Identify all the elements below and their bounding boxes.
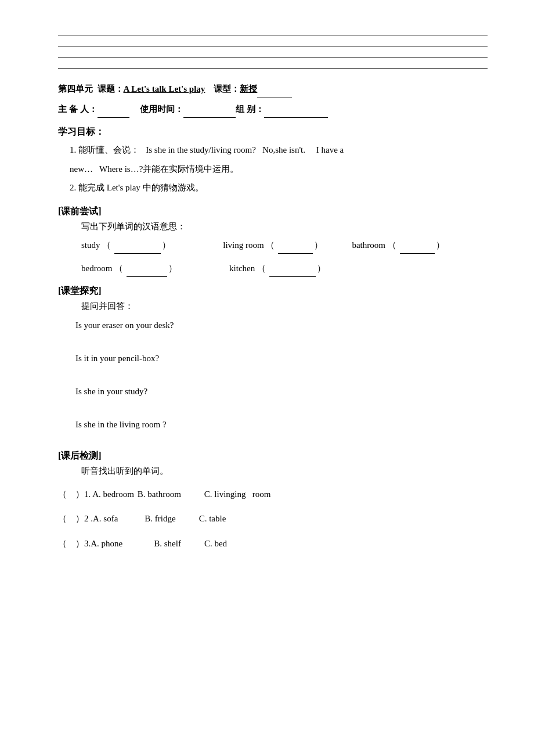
meta-row-2: 主 备 人： 使用时间： 组 别： — [58, 102, 488, 118]
quiz-opt-2b: B. fridge — [145, 510, 175, 527]
type-blank — [257, 80, 292, 98]
vocab-section: study （ ） living room （ ） bathroom （ ） b… — [81, 237, 488, 277]
close-paren-bedroom: ） — [168, 260, 177, 277]
topic-value: A Let's talk Let's play — [124, 80, 205, 98]
quiz-opt-1b: B. bathroom — [138, 486, 181, 503]
quiz-options-3: B. shelf C. bed — [154, 535, 227, 552]
question-3: Is she in your study? — [75, 384, 488, 399]
section3: [课后检测] 听音找出听到的单词。 （ ）1. A. bedroom B. ba… — [58, 450, 488, 552]
objective-1-cont: new… Where is…?并能在实际情境中运用。 — [70, 161, 488, 178]
section1-title: [课前尝试] — [58, 206, 488, 218]
author-label: 主 备 人： — [58, 102, 98, 117]
quiz-item-3: （ ）3.A. phone B. shelf C. bed — [58, 535, 488, 552]
word-bathroom: bathroom （ — [352, 237, 396, 254]
group-blank — [264, 102, 328, 118]
blank-livingroom — [278, 237, 313, 254]
q4-text: Is she in the living room ? — [75, 420, 167, 429]
quiz-section: （ ）1. A. bedroom B. bathroom C. livingin… — [58, 486, 488, 552]
type-label: 课型： — [214, 80, 240, 98]
author-blank — [98, 102, 129, 118]
header-line-1 — [58, 35, 488, 35]
quiz-options-1: B. bathroom C. livinging room — [138, 486, 271, 503]
blank-study — [114, 237, 161, 254]
header-line-3 — [58, 57, 488, 57]
blank-kitchen — [269, 260, 316, 277]
word-study: study （ — [81, 237, 111, 254]
vocab-item-bedroom: bedroom （ ） — [81, 260, 177, 277]
quiz-paren-1: （ — [58, 486, 75, 503]
objectives-title: 学习目标： — [58, 126, 488, 138]
section3-instruction: 听音找出听到的单词。 — [81, 466, 488, 477]
vocab-item-study: study （ ） — [81, 237, 171, 254]
section1-instruction: 写出下列单词的汉语意思： — [81, 221, 488, 232]
quiz-options-2: B. fridge C. table — [145, 510, 226, 527]
time-label: 使用时间： — [140, 102, 183, 117]
blank-bedroom — [127, 260, 167, 277]
q3-text: Is she in your study? — [75, 387, 147, 396]
word-bedroom: bedroom （ — [81, 260, 123, 277]
obj2-text: 能完成 Let's play 中的猜物游戏。 — [78, 183, 204, 192]
word-livingroom: living room （ — [223, 237, 275, 254]
header-line-4 — [58, 68, 488, 69]
quiz-opt-3c: C. bed — [204, 535, 227, 552]
question-2: Is it in your pencil-box? — [75, 351, 488, 366]
header-line-2 — [58, 46, 488, 46]
close-paren-livingroom: ） — [314, 237, 323, 254]
close-paren-study: ） — [162, 237, 171, 254]
vocab-row-2: bedroom （ ） kitchen （ ） — [81, 260, 488, 277]
topic-label: 课题： — [98, 80, 124, 98]
quiz-num-2: ）2 .A. sofa — [75, 510, 118, 527]
obj1-text: 能听懂、会说： Is she in the study/living room?… — [78, 145, 344, 154]
section2-instruction: 提问并回答： — [81, 301, 488, 312]
close-paren-bathroom: ） — [436, 237, 445, 254]
header-lines — [58, 35, 488, 69]
quiz-opt-2c: C. table — [199, 510, 226, 527]
objective-2: 2. 能完成 Let's play 中的猜物游戏。 — [70, 179, 488, 196]
q2-text: Is it in your pencil-box? — [75, 354, 159, 363]
question-4: Is she in the living room ? — [75, 417, 488, 433]
quiz-opt-3b: B. shelf — [154, 535, 181, 552]
learning-objectives: 1. 能听懂、会说： Is she in the study/living ro… — [70, 142, 488, 196]
objective-1: 1. 能听懂、会说： Is she in the study/living ro… — [70, 142, 488, 159]
blank-bathroom — [400, 237, 435, 254]
type-value: 新授 — [240, 80, 257, 98]
question-block: Is your eraser on your desk? Is it in yo… — [75, 318, 488, 433]
section2: [课堂探究] 提问并回答： Is your eraser on your des… — [58, 285, 488, 433]
obj2-num: 2. — [70, 183, 76, 192]
close-paren-kitchen: ） — [317, 260, 326, 277]
quiz-opt-1c: C. livinging room — [204, 486, 271, 503]
quiz-item-1: （ ）1. A. bedroom B. bathroom C. livingin… — [58, 486, 488, 503]
vocab-item-kitchen: kitchen （ ） — [229, 260, 326, 277]
section3-title: [课后检测] — [58, 450, 488, 462]
section2-title: [课堂探究] — [58, 285, 488, 297]
course-title-row: 第四单元 课题： A Let's talk Let's play 课型： 新授 — [58, 80, 488, 98]
vocab-item-bathroom: bathroom （ ） — [352, 237, 444, 254]
quiz-paren-2: （ — [58, 510, 75, 527]
word-kitchen: kitchen （ — [229, 260, 266, 277]
vocab-item-livingroom: living room （ ） — [223, 237, 323, 254]
obj1-num: 1. — [70, 145, 76, 154]
q1-text: Is your eraser on your desk? — [75, 321, 174, 330]
quiz-item-2: （ ）2 .A. sofa B. fridge C. table — [58, 510, 488, 527]
quiz-num-1: ）1. A. bedroom — [75, 486, 134, 503]
unit-label: 第四单元 — [58, 80, 93, 98]
vocab-row-1: study （ ） living room （ ） bathroom （ ） — [81, 237, 488, 254]
time-blank — [183, 102, 236, 118]
quiz-paren-3: （ — [58, 535, 75, 552]
group-label: 组 别： — [236, 102, 264, 117]
question-1: Is your eraser on your desk? — [75, 318, 488, 333]
section1: [课前尝试] 写出下列单词的汉语意思： study （ ） living roo… — [58, 206, 488, 277]
quiz-num-3: ）3.A. phone — [75, 535, 122, 552]
